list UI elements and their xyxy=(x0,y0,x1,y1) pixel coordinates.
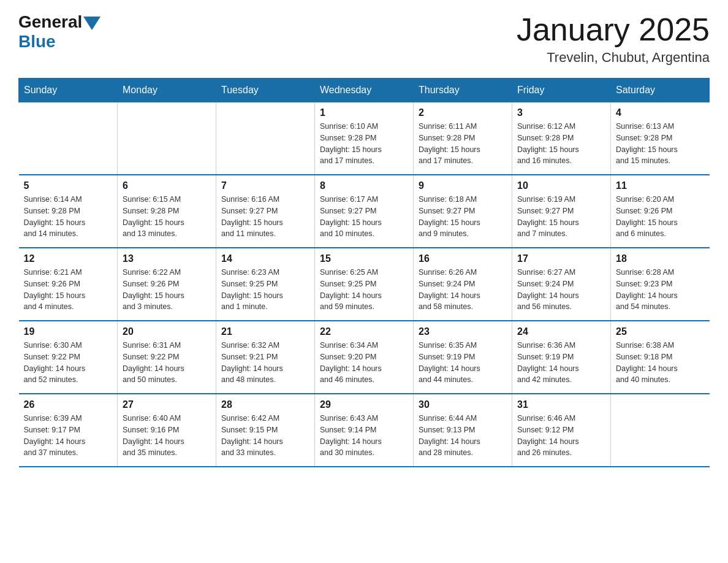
calendar-cell xyxy=(118,102,216,175)
calendar-cell: 7Sunrise: 6:16 AM Sunset: 9:27 PM Daylig… xyxy=(216,175,315,248)
calendar-cell: 14Sunrise: 6:23 AM Sunset: 9:25 PM Dayli… xyxy=(216,248,315,321)
calendar-cell: 12Sunrise: 6:21 AM Sunset: 9:26 PM Dayli… xyxy=(19,248,118,321)
day-number: 8 xyxy=(320,180,408,191)
day-number: 6 xyxy=(123,180,211,191)
day-info: Sunrise: 6:31 AM Sunset: 9:22 PM Dayligh… xyxy=(123,340,211,386)
calendar-week-1: 1Sunrise: 6:10 AM Sunset: 9:28 PM Daylig… xyxy=(19,102,710,175)
calendar-cell: 21Sunrise: 6:32 AM Sunset: 9:21 PM Dayli… xyxy=(216,321,315,394)
day-info: Sunrise: 6:13 AM Sunset: 9:28 PM Dayligh… xyxy=(616,121,705,167)
day-info: Sunrise: 6:34 AM Sunset: 9:20 PM Dayligh… xyxy=(320,340,408,386)
calendar-cell: 1Sunrise: 6:10 AM Sunset: 9:28 PM Daylig… xyxy=(315,102,414,175)
day-info: Sunrise: 6:32 AM Sunset: 9:21 PM Dayligh… xyxy=(221,340,309,386)
calendar-cell: 6Sunrise: 6:15 AM Sunset: 9:28 PM Daylig… xyxy=(118,175,216,248)
calendar-cell: 9Sunrise: 6:18 AM Sunset: 9:27 PM Daylig… xyxy=(414,175,512,248)
calendar-cell: 28Sunrise: 6:42 AM Sunset: 9:15 PM Dayli… xyxy=(216,394,315,467)
day-number: 5 xyxy=(24,180,113,191)
day-number: 15 xyxy=(320,253,408,264)
day-number: 24 xyxy=(517,326,605,337)
calendar-cell: 18Sunrise: 6:28 AM Sunset: 9:23 PM Dayli… xyxy=(611,248,710,321)
day-info: Sunrise: 6:18 AM Sunset: 9:27 PM Dayligh… xyxy=(419,194,507,240)
calendar-cell xyxy=(216,102,315,175)
calendar-cell: 24Sunrise: 6:36 AM Sunset: 9:19 PM Dayli… xyxy=(512,321,611,394)
day-info: Sunrise: 6:19 AM Sunset: 9:27 PM Dayligh… xyxy=(517,194,605,240)
day-number: 19 xyxy=(24,326,113,337)
weekday-header-thursday: Thursday xyxy=(414,79,512,102)
calendar-cell: 17Sunrise: 6:27 AM Sunset: 9:24 PM Dayli… xyxy=(512,248,611,321)
calendar-cell: 4Sunrise: 6:13 AM Sunset: 9:28 PM Daylig… xyxy=(611,102,710,175)
calendar-cell: 20Sunrise: 6:31 AM Sunset: 9:22 PM Dayli… xyxy=(118,321,216,394)
page-header: General Blue January 2025 Trevelin, Chub… xyxy=(18,12,710,66)
day-info: Sunrise: 6:12 AM Sunset: 9:28 PM Dayligh… xyxy=(517,121,605,167)
day-number: 23 xyxy=(419,326,507,337)
day-info: Sunrise: 6:46 AM Sunset: 9:12 PM Dayligh… xyxy=(517,413,605,459)
day-info: Sunrise: 6:23 AM Sunset: 9:25 PM Dayligh… xyxy=(221,267,309,313)
day-info: Sunrise: 6:38 AM Sunset: 9:18 PM Dayligh… xyxy=(616,340,705,386)
calendar-cell: 30Sunrise: 6:44 AM Sunset: 9:13 PM Dayli… xyxy=(414,394,512,467)
day-number: 27 xyxy=(123,399,211,410)
weekday-header-saturday: Saturday xyxy=(611,79,710,102)
day-number: 29 xyxy=(320,399,408,410)
day-number: 21 xyxy=(221,326,309,337)
day-number: 11 xyxy=(616,180,705,191)
day-number: 25 xyxy=(616,326,705,337)
calendar-cell: 27Sunrise: 6:40 AM Sunset: 9:16 PM Dayli… xyxy=(118,394,216,467)
day-number: 4 xyxy=(616,107,705,118)
logo-blue-text: Blue xyxy=(18,32,56,52)
weekday-header-monday: Monday xyxy=(118,79,216,102)
day-info: Sunrise: 6:42 AM Sunset: 9:15 PM Dayligh… xyxy=(221,413,309,459)
day-info: Sunrise: 6:21 AM Sunset: 9:26 PM Dayligh… xyxy=(24,267,113,313)
day-info: Sunrise: 6:20 AM Sunset: 9:26 PM Dayligh… xyxy=(616,194,705,240)
calendar-week-4: 19Sunrise: 6:30 AM Sunset: 9:22 PM Dayli… xyxy=(19,321,710,394)
day-number: 2 xyxy=(419,107,507,118)
day-number: 13 xyxy=(123,253,211,264)
day-info: Sunrise: 6:36 AM Sunset: 9:19 PM Dayligh… xyxy=(517,340,605,386)
day-number: 16 xyxy=(419,253,507,264)
calendar-cell xyxy=(611,394,710,467)
calendar-week-5: 26Sunrise: 6:39 AM Sunset: 9:17 PM Dayli… xyxy=(19,394,710,467)
calendar-week-3: 12Sunrise: 6:21 AM Sunset: 9:26 PM Dayli… xyxy=(19,248,710,321)
day-number: 18 xyxy=(616,253,705,264)
day-number: 9 xyxy=(419,180,507,191)
calendar-header: SundayMondayTuesdayWednesdayThursdayFrid… xyxy=(19,79,710,102)
day-number: 26 xyxy=(24,399,113,410)
calendar-cell: 29Sunrise: 6:43 AM Sunset: 9:14 PM Dayli… xyxy=(315,394,414,467)
calendar-cell: 26Sunrise: 6:39 AM Sunset: 9:17 PM Dayli… xyxy=(19,394,118,467)
calendar-cell: 22Sunrise: 6:34 AM Sunset: 9:20 PM Dayli… xyxy=(315,321,414,394)
day-info: Sunrise: 6:17 AM Sunset: 9:27 PM Dayligh… xyxy=(320,194,408,240)
day-number: 3 xyxy=(517,107,605,118)
day-number: 17 xyxy=(517,253,605,264)
day-info: Sunrise: 6:25 AM Sunset: 9:25 PM Dayligh… xyxy=(320,267,408,313)
weekday-header-friday: Friday xyxy=(512,79,611,102)
calendar-week-2: 5Sunrise: 6:14 AM Sunset: 9:28 PM Daylig… xyxy=(19,175,710,248)
day-info: Sunrise: 6:40 AM Sunset: 9:16 PM Dayligh… xyxy=(123,413,211,459)
day-info: Sunrise: 6:28 AM Sunset: 9:23 PM Dayligh… xyxy=(616,267,705,313)
day-number: 20 xyxy=(123,326,211,337)
calendar-table: SundayMondayTuesdayWednesdayThursdayFrid… xyxy=(18,78,710,467)
day-info: Sunrise: 6:30 AM Sunset: 9:22 PM Dayligh… xyxy=(24,340,113,386)
calendar-cell: 23Sunrise: 6:35 AM Sunset: 9:19 PM Dayli… xyxy=(414,321,512,394)
calendar-cell: 13Sunrise: 6:22 AM Sunset: 9:26 PM Dayli… xyxy=(118,248,216,321)
day-info: Sunrise: 6:44 AM Sunset: 9:13 PM Dayligh… xyxy=(419,413,507,459)
day-number: 30 xyxy=(419,399,507,410)
day-info: Sunrise: 6:14 AM Sunset: 9:28 PM Dayligh… xyxy=(24,194,113,240)
day-info: Sunrise: 6:10 AM Sunset: 9:28 PM Dayligh… xyxy=(320,121,408,167)
day-number: 10 xyxy=(517,180,605,191)
calendar-cell: 10Sunrise: 6:19 AM Sunset: 9:27 PM Dayli… xyxy=(512,175,611,248)
logo-triangle-icon xyxy=(83,17,100,30)
calendar-cell: 8Sunrise: 6:17 AM Sunset: 9:27 PM Daylig… xyxy=(315,175,414,248)
calendar-cell: 31Sunrise: 6:46 AM Sunset: 9:12 PM Dayli… xyxy=(512,394,611,467)
day-info: Sunrise: 6:26 AM Sunset: 9:24 PM Dayligh… xyxy=(419,267,507,313)
calendar-cell: 25Sunrise: 6:38 AM Sunset: 9:18 PM Dayli… xyxy=(611,321,710,394)
day-number: 1 xyxy=(320,107,408,118)
day-number: 31 xyxy=(517,399,605,410)
calendar-cell: 11Sunrise: 6:20 AM Sunset: 9:26 PM Dayli… xyxy=(611,175,710,248)
day-info: Sunrise: 6:11 AM Sunset: 9:28 PM Dayligh… xyxy=(419,121,507,167)
weekday-header-sunday: Sunday xyxy=(19,79,118,102)
weekday-header-tuesday: Tuesday xyxy=(216,79,315,102)
day-number: 14 xyxy=(221,253,309,264)
day-number: 12 xyxy=(24,253,113,264)
title-block: January 2025 Trevelin, Chubut, Argentina xyxy=(517,12,710,66)
page-subtitle: Trevelin, Chubut, Argentina xyxy=(517,50,710,66)
day-info: Sunrise: 6:22 AM Sunset: 9:26 PM Dayligh… xyxy=(123,267,211,313)
day-info: Sunrise: 6:27 AM Sunset: 9:24 PM Dayligh… xyxy=(517,267,605,313)
